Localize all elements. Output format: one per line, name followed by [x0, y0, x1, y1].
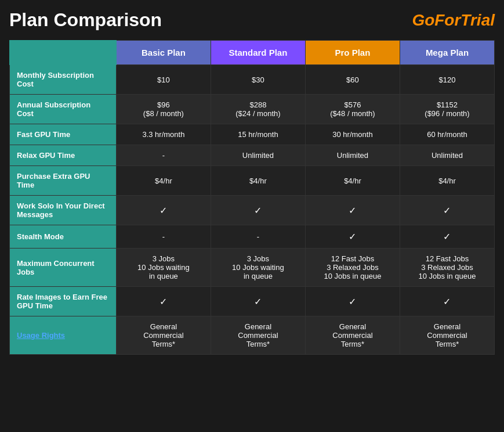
- table-row: Work Solo In Your Direct Messages✓✓✓✓: [10, 196, 495, 225]
- table-row: Fast GPU Time3.3 hr/month15 hr/month30 h…: [10, 124, 495, 145]
- mega-cell: ✓: [400, 196, 494, 225]
- header-feature-col: [10, 41, 117, 65]
- basic-cell: ✓: [116, 196, 211, 225]
- pro-cell: 12 Fast Jobs3 Relaxed Jobs10 Jobs in que…: [305, 249, 400, 287]
- feature-cell: Relax GPU Time: [10, 145, 117, 166]
- standard-cell: $30: [211, 65, 305, 95]
- pro-cell: ✓: [305, 287, 400, 316]
- pro-cell: $4/hr: [305, 166, 400, 196]
- page-header: Plan Comparison GoForTrial: [9, 9, 495, 31]
- mega-cell: ✓: [400, 225, 494, 249]
- mega-cell: 12 Fast Jobs3 Relaxed Jobs10 Jobs in que…: [400, 249, 494, 287]
- basic-cell: $4/hr: [116, 166, 211, 196]
- header-mega-plan: Mega Plan: [400, 41, 494, 65]
- table-row: Purchase Extra GPU Time$4/hr$4/hr$4/hr$4…: [10, 166, 495, 196]
- standard-cell: 15 hr/month: [211, 124, 305, 145]
- basic-cell: $96($8 / month): [116, 95, 211, 124]
- basic-cell: $10: [116, 65, 211, 95]
- header-basic-plan: Basic Plan: [116, 41, 211, 65]
- page-title: Plan Comparison: [9, 9, 162, 31]
- pro-cell: Unlimited: [305, 145, 400, 166]
- standard-cell: ✓: [211, 196, 305, 225]
- table-row: Relax GPU Time-UnlimitedUnlimitedUnlimit…: [10, 145, 495, 166]
- basic-cell: 3 Jobs10 Jobs waitingin queue: [116, 249, 211, 287]
- standard-cell: Unlimited: [211, 145, 305, 166]
- brand-logo: GoForTrial: [412, 11, 495, 30]
- basic-cell: -: [116, 145, 211, 166]
- pro-cell: $576($48 / month): [305, 95, 400, 124]
- pro-cell: GeneralCommercialTerms*: [305, 316, 400, 355]
- header-pro-plan: Pro Plan: [305, 41, 400, 65]
- pro-cell: 30 hr/month: [305, 124, 400, 145]
- pro-cell: ✓: [305, 196, 400, 225]
- standard-cell: GeneralCommercialTerms*: [211, 316, 305, 355]
- table-row: Maximum Concurrent Jobs3 Jobs10 Jobs wai…: [10, 249, 495, 287]
- feature-cell[interactable]: Usage Rights: [10, 316, 117, 355]
- table-row: Monthly Subscription Cost$10$30$60$120: [10, 65, 495, 95]
- table-row: Stealth Mode--✓✓: [10, 225, 495, 249]
- feature-cell: Rate Images to Earn Free GPU Time: [10, 287, 117, 316]
- standard-cell: 3 Jobs10 Jobs waitingin queue: [211, 249, 305, 287]
- mega-cell: $1152($96 / month): [400, 95, 494, 124]
- standard-cell: $4/hr: [211, 166, 305, 196]
- pro-cell: ✓: [305, 225, 400, 249]
- feature-cell: Monthly Subscription Cost: [10, 65, 117, 95]
- basic-cell: -: [116, 225, 211, 249]
- basic-cell: 3.3 hr/month: [116, 124, 211, 145]
- mega-cell: GeneralCommercialTerms*: [400, 316, 494, 355]
- standard-cell: ✓: [211, 287, 305, 316]
- basic-cell: GeneralCommercialTerms*: [116, 316, 211, 355]
- mega-cell: Unlimited: [400, 145, 494, 166]
- feature-cell: Fast GPU Time: [10, 124, 117, 145]
- basic-cell: ✓: [116, 287, 211, 316]
- feature-cell: Annual Subscription Cost: [10, 95, 117, 124]
- feature-cell: Purchase Extra GPU Time: [10, 166, 117, 196]
- comparison-table: Basic Plan Standard Plan Pro Plan Mega P…: [9, 40, 495, 355]
- feature-cell: Maximum Concurrent Jobs: [10, 249, 117, 287]
- mega-cell: 60 hr/month: [400, 124, 494, 145]
- header-standard-plan: Standard Plan: [211, 41, 305, 65]
- feature-cell: Stealth Mode: [10, 225, 117, 249]
- standard-cell: -: [211, 225, 305, 249]
- table-row: Rate Images to Earn Free GPU Time✓✓✓✓: [10, 287, 495, 316]
- mega-cell: ✓: [400, 287, 494, 316]
- feature-cell: Work Solo In Your Direct Messages: [10, 196, 117, 225]
- table-row: Annual Subscription Cost$96($8 / month)$…: [10, 95, 495, 124]
- mega-cell: $120: [400, 65, 494, 95]
- mega-cell: $4/hr: [400, 166, 494, 196]
- table-header-row: Basic Plan Standard Plan Pro Plan Mega P…: [10, 41, 495, 65]
- pro-cell: $60: [305, 65, 400, 95]
- usage-rights-link[interactable]: Usage Rights: [17, 331, 65, 340]
- table-row: Usage RightsGeneralCommercialTerms*Gener…: [10, 316, 495, 355]
- standard-cell: $288($24 / month): [211, 95, 305, 124]
